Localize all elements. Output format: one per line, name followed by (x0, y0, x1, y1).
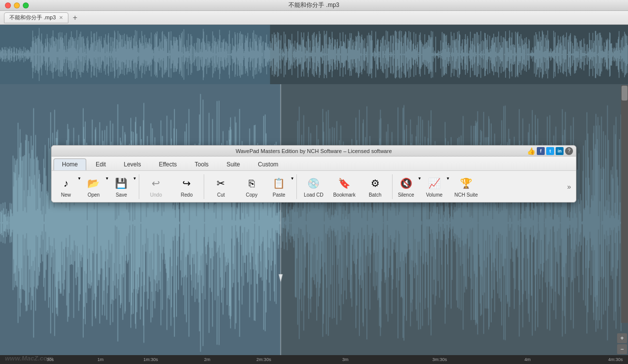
window-title: 不能和你分手 .mp3 (288, 1, 339, 9)
tool-btn-batch[interactable]: ⚙Batch (360, 173, 390, 200)
linkedin-icon[interactable]: in (556, 147, 564, 155)
menu-tab-suite[interactable]: Suite (218, 158, 248, 170)
toolbar-buttons: ♪New▼📂Open▼💾Save▼↩Undo↪Redo✂Cut⎘Copy📋Pas… (52, 171, 576, 202)
tool-btn-redo[interactable]: ↪Redo (172, 173, 202, 200)
paste-dropdown-arrow[interactable]: ▼ (290, 173, 294, 200)
save-dropdown-arrow[interactable]: ▼ (133, 173, 137, 200)
redo-icon: ↪ (179, 175, 195, 191)
timeline-tick: 2m:30s (256, 357, 271, 362)
twitter-icon[interactable]: t (546, 147, 554, 155)
separator-silence (392, 174, 393, 199)
waveform-container: + − 30s1m1m:30s2m2m:30s3m3m:30s4m4m:30s … (0, 25, 628, 364)
menu-tab-tools[interactable]: Tools (186, 158, 217, 170)
menu-tab-effects[interactable]: Effects (150, 158, 185, 170)
tab-item-file[interactable]: 不能和你分手 .mp3 ✕ (4, 12, 68, 23)
overview-waveform (0, 25, 628, 84)
toolbar-titlebar: WavePad Masters Edition by NCH Software … (52, 146, 576, 156)
menu-tab-edit[interactable]: Edit (87, 158, 114, 170)
toolbar-title: WavePad Masters Edition by NCH Software … (235, 148, 392, 154)
silence-icon: 🔇 (398, 175, 414, 191)
toolbar-more-button[interactable]: » (565, 183, 573, 191)
silence-dropdown-arrow[interactable]: ▼ (418, 173, 422, 200)
timeline-tick: 4m:30s (608, 357, 623, 362)
vertical-scrollbar[interactable] (621, 85, 628, 323)
copy-label: Copy (246, 192, 257, 198)
tool-btn-paste[interactable]: 📋Paste (268, 173, 290, 200)
nch_suite-icon: 🏆 (458, 175, 474, 191)
copy-icon: ⎘ (244, 175, 260, 191)
timeline-tick: 4m (524, 357, 531, 362)
volume-label: Volume (426, 192, 442, 198)
zoom-in-button[interactable]: + (617, 333, 627, 343)
separator-cut (204, 174, 204, 199)
timeline-tick: 1m (97, 357, 104, 362)
window-controls (5, 2, 29, 8)
tool-btn-open[interactable]: 📂Open (82, 173, 105, 200)
timeline-tick: 3m (343, 357, 349, 362)
batch-label: Batch (369, 192, 382, 198)
paste-label: Paste (273, 192, 285, 198)
minimize-button[interactable] (14, 2, 20, 8)
title-bar: 不能和你分手 .mp3 (0, 0, 628, 11)
separator-loadcd (296, 174, 297, 199)
cut-label: Cut (217, 192, 225, 198)
volume-dropdown-arrow[interactable]: ▼ (446, 173, 450, 200)
bookmark-label: Bookmark (333, 192, 355, 198)
load_cd-icon: 💿 (306, 175, 322, 191)
volume-icon: 📈 (426, 175, 442, 191)
timeline-tick: 1m:30s (143, 357, 158, 362)
tool-btn-undo: ↩Undo (141, 173, 171, 200)
open-dropdown-arrow[interactable]: ▼ (105, 173, 109, 200)
save-icon: 💾 (114, 175, 129, 191)
timeline-ruler: 30s1m1m:30s2m2m:30s3m3m:30s4m4m:30s (0, 355, 628, 364)
facebook-icon[interactable]: f (537, 147, 545, 155)
tab-bar: 不能和你分手 .mp3 ✕ + (0, 11, 628, 25)
separator-3 (139, 174, 139, 199)
tool-btn-cut[interactable]: ✂Cut (206, 173, 236, 200)
like-icon[interactable]: 👍 (527, 147, 535, 155)
timeline-tick: 2m (204, 357, 211, 362)
load_cd-label: Load CD (304, 192, 323, 198)
bookmark-icon: 🔖 (337, 175, 352, 191)
scrollbar-thumb[interactable] (622, 86, 628, 101)
redo-label: Redo (181, 192, 193, 198)
new-dropdown-arrow[interactable]: ▼ (77, 173, 81, 200)
tool-btn-copy[interactable]: ⎘Copy (237, 173, 267, 200)
menu-tab-custom[interactable]: Custom (249, 158, 286, 170)
menu-tabs: HomeEditLevelsEffectsToolsSuiteCustom (52, 156, 576, 171)
help-icon[interactable]: ? (565, 147, 573, 155)
tool-btn-save[interactable]: 💾Save (110, 173, 133, 200)
open-label: Open (88, 192, 100, 198)
tab-label: 不能和你分手 .mp3 (9, 14, 56, 21)
wavepad-toolbar: WavePad Masters Edition by NCH Software … (51, 145, 576, 203)
nch_suite-label: NCH Suite (455, 192, 478, 198)
batch-icon: ⚙ (367, 175, 383, 191)
new-icon: ♪ (58, 175, 74, 191)
new-label: New (61, 192, 71, 198)
silence-label: Silence (398, 192, 414, 198)
main-waveform (0, 84, 628, 362)
save-label: Save (115, 192, 127, 198)
toolbar-social: 👍 f t in ? (527, 147, 573, 155)
tool-btn-nch_suite[interactable]: 🏆NCH Suite (451, 173, 481, 200)
tool-btn-bookmark[interactable]: 🔖Bookmark (330, 173, 359, 200)
menu-tab-home[interactable]: Home (54, 158, 86, 170)
open-icon: 📂 (86, 175, 102, 191)
maximize-button[interactable] (23, 2, 29, 8)
zoom-out-button[interactable]: − (617, 344, 627, 354)
cut-icon: ✂ (213, 175, 229, 191)
watermark: www.MacZ.com (5, 355, 53, 362)
undo-label: Undo (150, 192, 162, 198)
new-tab-button[interactable]: + (70, 13, 80, 23)
close-button[interactable] (5, 2, 11, 8)
zoom-controls: + − (616, 332, 628, 355)
paste-icon: 📋 (271, 175, 287, 191)
tool-btn-new[interactable]: ♪New (55, 173, 77, 200)
undo-icon: ↩ (148, 175, 164, 191)
tool-btn-silence[interactable]: 🔇Silence (395, 173, 418, 200)
tab-close-button[interactable]: ✕ (59, 15, 63, 20)
menu-tab-levels[interactable]: Levels (115, 158, 150, 170)
tool-btn-load_cd[interactable]: 💿Load CD (299, 173, 329, 200)
tool-btn-volume[interactable]: 📈Volume (422, 173, 446, 200)
timeline-tick: 3m:30s (432, 357, 447, 362)
